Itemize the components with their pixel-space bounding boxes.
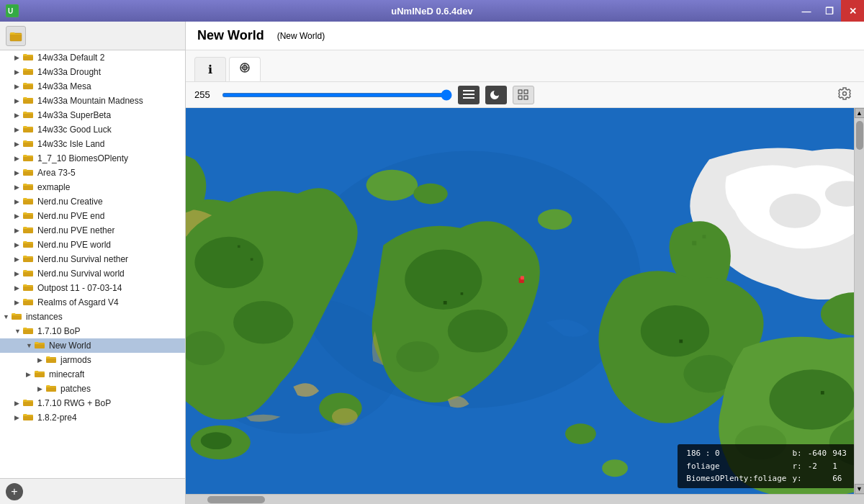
tree-arrow-nerd-pvenether[interactable]: ▶	[14, 227, 23, 234]
tree-arrow-182pre4[interactable]: ▶	[14, 414, 23, 421]
sidebar-bottom: +	[0, 478, 185, 504]
tree-arrow-realms-asgard[interactable]: ▶	[14, 299, 23, 306]
tree-label-14w33c-isleland: 14w33c Isle Land	[37, 139, 104, 149]
tree-arrow-exmaple[interactable]: ▶	[14, 184, 23, 191]
tree-item-minecraft[interactable]: ▶minecraft	[0, 367, 185, 382]
tree-arrow-minecraft[interactable]: ▶	[26, 371, 35, 378]
tree-item-nerd-creative[interactable]: ▶Nerd.nu Creative	[0, 194, 185, 209]
app-icon: U	[6, 4, 19, 17]
svg-rect-75	[821, 391, 824, 395]
svg-point-40	[843, 91, 847, 95]
tree-item-jarmods[interactable]: ▶jarmods	[0, 353, 185, 367]
svg-point-68	[366, 170, 418, 201]
tree-arrow-1710rwg[interactable]: ▶	[14, 400, 23, 407]
svg-rect-38	[518, 96, 522, 99]
tree-arrow-nerd-creative[interactable]: ▶	[14, 198, 23, 205]
tree-arrow-nerd-survivalnether[interactable]: ▶	[14, 256, 23, 263]
tree-item-nerd-pvenether[interactable]: ▶Nerd.nu PVE nether	[0, 223, 185, 238]
tree-arrow-14w33a-mountain[interactable]: ▶	[14, 97, 23, 104]
b-label: b:	[789, 447, 804, 460]
grid-button[interactable]	[513, 86, 534, 104]
tree-label-1710bop: 1.7.10 BoP	[37, 326, 80, 336]
list-tool-button[interactable]	[458, 86, 480, 104]
folder-icon-area73-5	[23, 168, 35, 179]
app-title: uNmINeD 0.6.4dev	[391, 6, 472, 17]
tree-arrow-area73-5[interactable]: ▶	[14, 169, 23, 176]
tree-arrow-14w33c-goodluck[interactable]: ▶	[14, 126, 23, 133]
tree-arrow-outpost11[interactable]: ▶	[14, 284, 23, 292]
tree-item-patches[interactable]: ▶patches	[0, 382, 185, 396]
minimize-button[interactable]: —	[795, 0, 818, 22]
svg-point-45	[233, 301, 293, 344]
folder-icon-14w33c-isleland	[23, 139, 35, 150]
r-val1: -2	[805, 460, 830, 473]
tree-item-nerd-pveend[interactable]: ▶Nerd.nu PVE end	[0, 209, 185, 223]
svg-point-56	[769, 194, 820, 228]
main-layout: ▶14w33a Default 2▶14w33a Drought▶14w33a …	[0, 22, 864, 504]
tree-item-new-world[interactable]: ▼New World	[0, 338, 185, 353]
tree-arrow-nerd-survivalworld[interactable]: ▶	[14, 270, 23, 277]
night-mode-button[interactable]	[485, 86, 507, 104]
tree-arrow-14w33a-superbeta[interactable]: ▶	[14, 112, 23, 119]
tree-item-14w33c-goodluck[interactable]: ▶14w33c Good Luck	[0, 122, 185, 137]
tree-item-14w33a-drought[interactable]: ▶14w33a Drought	[0, 65, 185, 79]
scroll-up-arrow[interactable]: ▲	[855, 108, 865, 118]
scroll-down-arrow[interactable]: ▼	[855, 484, 865, 494]
layer-slider[interactable]	[222, 93, 452, 97]
scroll-horizontal-thumb[interactable]	[207, 496, 265, 503]
tree-item-nerd-pveworld[interactable]: ▶Nerd.nu PVE world	[0, 238, 185, 252]
tree-item-area73-5[interactable]: ▶Area 73-5	[0, 166, 185, 180]
page-title: New World	[197, 28, 264, 43]
tab-info[interactable]: ℹ	[194, 57, 226, 81]
map-container[interactable]: 186 : 0 b: -640 943 foliage r: -2 1	[186, 108, 864, 494]
settings-button[interactable]	[834, 86, 855, 104]
content-tabs: ℹ	[186, 50, 864, 82]
sidebar-tree: ▶14w33a Default 2▶14w33a Drought▶14w33a …	[0, 50, 185, 478]
tree-label-instances: instances	[26, 312, 63, 322]
scroll-vertical-thumb[interactable]	[856, 121, 863, 150]
tree-arrow-14w33a-drought[interactable]: ▶	[14, 68, 23, 76]
folder-icon-14w33c-goodluck	[23, 125, 35, 135]
tree-item-14w33a-mountain[interactable]: ▶14w33a Mountain Madness	[0, 94, 185, 108]
tree-arrow-14w33a-default2[interactable]: ▶	[14, 54, 23, 61]
tree-item-1710rwg[interactable]: ▶1.7.10 RWG + BoP	[0, 396, 185, 410]
restore-button[interactable]: ❐	[818, 0, 841, 22]
map-vertical-scrollbar[interactable]: ▲ ▼	[854, 108, 864, 494]
tree-item-nerd-survivalnether[interactable]: ▶Nerd.nu Survival nether	[0, 252, 185, 266]
tree-item-1710bop[interactable]: ▼1.7.10 BoP	[0, 324, 185, 338]
svg-point-50	[332, 408, 358, 426]
svg-rect-70	[238, 246, 240, 248]
tree-label-jarmods: jarmods	[60, 355, 91, 365]
tree-label-realms-asgard: Realms of Asgard V4	[37, 297, 119, 307]
tree-arrow-nerd-pveworld[interactable]: ▶	[14, 241, 23, 248]
svg-rect-71	[251, 258, 253, 261]
r-val2: 1	[829, 460, 850, 473]
tree-item-14w33a-superbeta[interactable]: ▶14w33a SuperBeta	[0, 108, 185, 122]
tree-arrow-patches[interactable]: ▶	[37, 385, 46, 392]
open-folder-button[interactable]	[6, 26, 26, 46]
tree-arrow-new-world[interactable]: ▼	[26, 342, 35, 349]
tree-label-1710-biomesoplenty: 1_7_10 BiomesOPlenty	[37, 153, 128, 163]
tree-item-instances[interactable]: ▼instances	[0, 310, 185, 324]
tree-item-exmaple[interactable]: ▶exmaple	[0, 180, 185, 194]
tree-item-realms-asgard[interactable]: ▶Realms of Asgard V4	[0, 295, 185, 310]
tree-arrow-1710-biomesoplenty[interactable]: ▶	[14, 155, 23, 162]
tree-arrow-instances[interactable]: ▼	[3, 313, 12, 320]
tree-item-14w33a-default2[interactable]: ▶14w33a Default 2	[0, 50, 185, 65]
tree-item-outpost11[interactable]: ▶Outpost 11 - 07-03-14	[0, 281, 185, 295]
tree-item-14w33a-mesa[interactable]: ▶14w33a Mesa	[0, 79, 185, 94]
add-button[interactable]: +	[6, 483, 23, 500]
tree-item-182pre4[interactable]: ▶1.8.2-pre4	[0, 410, 185, 425]
tree-item-nerd-survivalworld[interactable]: ▶Nerd.nu Survival world	[0, 266, 185, 281]
tree-arrow-jarmods[interactable]: ▶	[37, 356, 46, 364]
tab-map[interactable]	[229, 57, 261, 81]
tree-arrow-14w33a-mesa[interactable]: ▶	[14, 83, 23, 90]
tree-arrow-1710bop[interactable]: ▼	[14, 328, 23, 335]
tree-item-14w33c-isleland[interactable]: ▶14w33c Isle Land	[0, 137, 185, 151]
tree-label-nerd-pveend: Nerd.nu PVE end	[37, 211, 104, 221]
tree-item-1710-biomesoplenty[interactable]: ▶1_7_10 BiomesOPlenty	[0, 151, 185, 166]
tree-arrow-14w33c-isleland[interactable]: ▶	[14, 140, 23, 148]
tree-arrow-nerd-pveend[interactable]: ▶	[14, 212, 23, 220]
close-button[interactable]: ✕	[841, 0, 864, 22]
map-horizontal-scrollbar[interactable]	[186, 494, 864, 504]
